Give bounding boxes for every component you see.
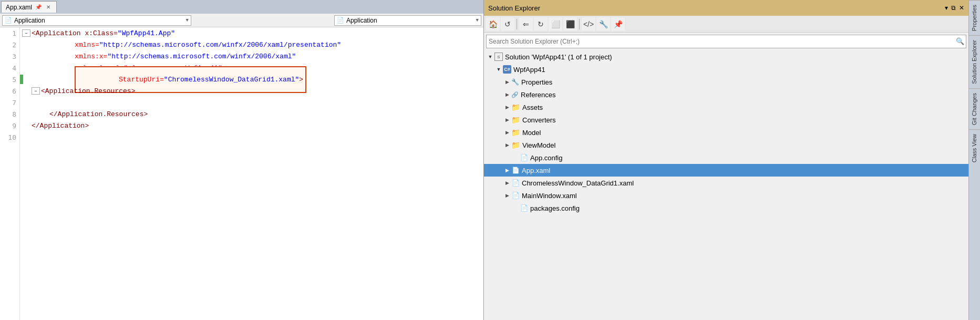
project-icon: C# xyxy=(503,65,511,74)
tree-item-model[interactable]: ▶ 📁 Model xyxy=(484,126,968,139)
se-title-bar: Solution Explorer ▾ ⧉ ✕ xyxy=(484,0,968,16)
tree-item-properties[interactable]: ▶ 🔧 Properties xyxy=(484,76,968,88)
tree-arrow-mainwindow[interactable]: ▶ xyxy=(503,191,511,200)
code-line-6: − <Application.Resources> xyxy=(20,85,483,97)
nav-left-arrow[interactable]: ▼ xyxy=(186,18,189,23)
se-title-label: Solution Explorer xyxy=(488,4,540,12)
code-text-8: </Application.Resources> xyxy=(49,110,148,118)
se-toolbar: 🏠 ↺ ⇐ ↻ ⬜ ⬛ </> 🔧 📌 xyxy=(484,16,968,33)
se-pin-button[interactable]: ▾ xyxy=(945,4,948,12)
tree-item-packages[interactable]: ▶ 📄 packages.config xyxy=(484,202,968,214)
se-code-button[interactable]: </> xyxy=(582,17,595,31)
nav-right-dropdown[interactable]: 📄 Application ▼ xyxy=(334,15,481,26)
tree-solution-node[interactable]: ▼ S Solution 'WpfApp41' (1 of 1 project) xyxy=(484,50,968,63)
tree-item-chromeless[interactable]: ▶ 📄 ChromelessWindow_DataGrid1.xaml xyxy=(484,177,968,189)
mainwindow-label: MainWindow.xaml xyxy=(522,192,577,200)
tab-close-button[interactable]: ✕ xyxy=(45,4,52,11)
line-num-2: 2 xyxy=(0,39,19,50)
app-xaml-label: App.xaml xyxy=(522,167,550,174)
se-properties-button[interactable]: 🔧 xyxy=(596,17,610,31)
tree-item-references[interactable]: ▶ 🔗 References xyxy=(484,88,968,101)
tree-arrow-chromeless[interactable]: ▶ xyxy=(503,179,511,187)
code-content[interactable]: − <Application x:Class="WpfApp41.App" xm… xyxy=(20,27,483,320)
model-label: Model xyxy=(522,129,541,137)
se-search-input[interactable] xyxy=(487,38,954,45)
line-num-10: 10 xyxy=(0,131,19,143)
tree-item-app-xaml[interactable]: ▶ 📄 App.xaml xyxy=(484,164,968,177)
se-back-button[interactable]: ⇐ xyxy=(519,17,533,31)
app-config-icon: 📄 xyxy=(520,154,528,161)
tree-arrow-assets[interactable]: ▶ xyxy=(503,103,511,111)
line-num-6: 6 xyxy=(0,85,19,97)
code-area: 1 2 3 4 5 6 7 8 9 10 − <Application x:Cl… xyxy=(0,27,483,320)
tree-arrow-properties[interactable]: ▶ xyxy=(503,78,511,86)
side-tab-class-view[interactable]: Class View xyxy=(969,129,980,167)
editor-tab[interactable]: App.xaml 📌 ✕ xyxy=(1,1,57,13)
mainwindow-icon: 📄 xyxy=(511,192,520,199)
line-num-7: 7 xyxy=(0,97,19,108)
code-line-5: StartupUri="ChromelessWindow_DataGrid1.x… xyxy=(20,74,483,85)
side-tab-properties[interactable]: Properties xyxy=(969,0,980,35)
nav-left-dropdown[interactable]: 📄 Application ▼ xyxy=(2,15,191,26)
line-num-1: 1 xyxy=(0,27,19,39)
properties-icon: 🔧 xyxy=(511,78,519,86)
nav-right-arrow[interactable]: ▼ xyxy=(476,18,479,23)
solution-explorer-panel: Solution Explorer ▾ ⧉ ✕ 🏠 ↺ ⇐ ↻ ⬜ ⬛ </> … xyxy=(483,0,968,320)
toolbar-separator-2 xyxy=(579,19,580,29)
code-text-6: <Application.Resources> xyxy=(41,87,135,95)
se-close-button[interactable]: ✕ xyxy=(959,4,964,12)
tree-item-viewmodel[interactable]: ▶ 📁 ViewModel xyxy=(484,139,968,151)
tree-item-app-config[interactable]: ▶ 📄 App.config xyxy=(484,151,968,164)
line-num-9: 9 xyxy=(0,120,19,131)
side-tab-solution-explorer[interactable]: Solution Explorer xyxy=(969,35,980,88)
side-tab-git-changes[interactable]: Git Changes xyxy=(969,88,980,129)
viewmodel-folder-icon: 📁 xyxy=(511,141,520,149)
nav-left-label: Application xyxy=(14,17,186,24)
code-line-9: </Application> xyxy=(20,120,483,131)
expand-btn-1[interactable]: − xyxy=(22,29,30,37)
code-line-1: − <Application x:Class="WpfApp41.App" xyxy=(20,27,483,39)
packages-icon: 📄 xyxy=(520,204,528,212)
tree-item-mainwindow[interactable]: ▶ 📄 MainWindow.xaml xyxy=(484,189,968,202)
code-line-2: xmlns="http://schemas.microsoft.com/winf… xyxy=(20,39,483,50)
tree-arrow-project[interactable]: ▼ xyxy=(494,65,503,74)
references-label: References xyxy=(521,91,555,99)
se-refresh-button[interactable]: ↺ xyxy=(501,17,514,31)
se-home-button[interactable]: 🏠 xyxy=(486,17,500,31)
tree-item-assets[interactable]: ▶ 📁 Assets xyxy=(484,101,968,113)
side-tabs-panel: Properties Solution Explorer Git Changes… xyxy=(968,0,980,320)
se-forward-button[interactable]: ↻ xyxy=(534,17,548,31)
tree-arrow-viewmodel[interactable]: ▶ xyxy=(503,141,511,149)
model-folder-icon: 📁 xyxy=(511,128,520,137)
project-label: WpfApp41 xyxy=(513,66,545,74)
solution-label: Solution 'WpfApp41' (1 of 1 project) xyxy=(505,53,612,61)
expand-btn-6[interactable]: − xyxy=(32,87,40,95)
tab-label: App.xaml xyxy=(6,4,32,11)
tree-arrow-app-xaml[interactable]: ▶ xyxy=(503,166,511,174)
line-num-3: 3 xyxy=(0,50,19,62)
tree-arrow-references[interactable]: ▶ xyxy=(503,90,511,99)
tree-arrow-converters[interactable]: ▶ xyxy=(503,116,511,124)
right-panel: Solution Explorer ▾ ⧉ ✕ 🏠 ↺ ⇐ ↻ ⬜ ⬛ </> … xyxy=(483,0,980,320)
references-icon: 🔗 xyxy=(511,91,519,98)
code-line-7 xyxy=(20,97,483,108)
tree-item-converters[interactable]: ▶ 📁 Converters xyxy=(484,113,968,126)
se-split-button[interactable]: ⬛ xyxy=(563,17,577,31)
code-line-10 xyxy=(20,131,483,143)
assets-folder-icon: 📁 xyxy=(511,103,520,111)
toolbar-separator-1 xyxy=(517,19,517,29)
se-float-button[interactable]: ⧉ xyxy=(951,4,956,12)
tree-arrow-model[interactable]: ▶ xyxy=(503,128,511,137)
tree-project-node[interactable]: ▼ C# WpfApp41 xyxy=(484,63,968,76)
se-collapse-button[interactable]: ⬜ xyxy=(549,17,562,31)
editor-panel: App.xaml 📌 ✕ 📄 Application ▼ 📄 Applicati… xyxy=(0,0,483,320)
green-indicator xyxy=(20,75,23,84)
editor-toolbar: 📄 Application ▼ 📄 Application ▼ xyxy=(0,14,483,27)
se-search-icon[interactable]: 🔍 xyxy=(954,36,966,47)
converters-label: Converters xyxy=(522,116,556,124)
packages-label: packages.config xyxy=(530,204,580,212)
se-search-box[interactable]: 🔍 xyxy=(486,35,966,48)
code-text-2: xmlns= xyxy=(75,41,99,49)
se-pin-toolbar-button[interactable]: 📌 xyxy=(611,17,625,31)
tree-arrow-solution[interactable]: ▼ xyxy=(486,53,494,61)
